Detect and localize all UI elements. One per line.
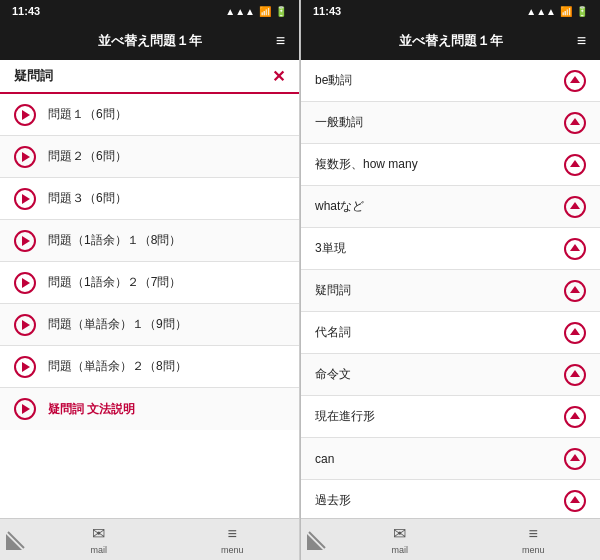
right-list: be動詞 一般動詞 複数形、how many whatなど 3単現 疑問詞 代名… (301, 60, 600, 518)
upload-button[interactable] (564, 322, 586, 344)
list-item-label: 問題（1語余）１（8問） (48, 232, 285, 249)
left-header-title: 並べ替え問題１年 (98, 32, 202, 50)
mute-icon (6, 530, 26, 550)
list-item-label: 問題（1語余）２（7問） (48, 274, 285, 291)
list-item-label: 問題（単語余）１（9問） (48, 316, 285, 333)
right-list-item-label: 疑問詞 (315, 282, 564, 299)
play-button[interactable] (14, 398, 36, 420)
list-item[interactable]: 問題３（6問） (0, 178, 299, 220)
list-item[interactable]: 問題（1語余）１（8問） (0, 220, 299, 262)
right-list-item-label: 複数形、how many (315, 156, 564, 173)
filter-bar: 疑問詞 ✕ (0, 60, 299, 94)
tab-mail[interactable]: ✉ mail (32, 524, 166, 555)
battery-icon: 🔋 (275, 6, 287, 17)
upload-button[interactable] (564, 112, 586, 134)
right-list-item-label: 3単現 (315, 240, 564, 257)
right-header-title: 並べ替え問題１年 (399, 32, 503, 50)
right-list-item[interactable]: 命令文 (301, 354, 600, 396)
right-list-item[interactable]: can (301, 438, 600, 480)
right-phone-panel: 11:43 ▲▲▲ 📶 🔋 並べ替え問題１年 ≡ be動詞 一般動詞 複数形、h… (300, 0, 600, 560)
right-status-icons: ▲▲▲ 📶 🔋 (526, 6, 588, 17)
filter-close-button[interactable]: ✕ (272, 67, 285, 86)
play-button[interactable] (14, 356, 36, 378)
right-list-item-label: be動詞 (315, 72, 564, 89)
right-mute-area (301, 530, 333, 550)
right-status-bar: 11:43 ▲▲▲ 📶 🔋 (301, 0, 600, 22)
right-list-item-label: 現在進行形 (315, 408, 564, 425)
wifi-icon-r: 📶 (560, 6, 572, 17)
right-tab-menu[interactable]: ≡ menu (467, 525, 601, 555)
right-list-item[interactable]: 過去形 (301, 480, 600, 518)
right-list-item[interactable]: 現在進行形 (301, 396, 600, 438)
upload-button[interactable] (564, 70, 586, 92)
list-item-label: 問題１（6問） (48, 106, 285, 123)
tab-menu-label: menu (221, 545, 244, 555)
right-app-header: 並べ替え問題１年 ≡ (301, 22, 600, 60)
left-tab-bar: ✉ mail ≡ menu (0, 518, 299, 560)
list-item[interactable]: 問題２（6問） (0, 136, 299, 178)
left-status-icons: ▲▲▲ 📶 🔋 (225, 6, 287, 17)
upload-button[interactable] (564, 364, 586, 386)
right-list-item[interactable]: be動詞 (301, 60, 600, 102)
left-menu-icon[interactable]: ≡ (276, 32, 285, 50)
right-list-item[interactable]: 一般動詞 (301, 102, 600, 144)
play-button[interactable] (14, 314, 36, 336)
upload-button[interactable] (564, 490, 586, 512)
left-status-time: 11:43 (12, 5, 40, 17)
list-item-grammar[interactable]: 疑問詞 文法説明 (0, 388, 299, 430)
left-list: 問題１（6問） 問題２（6問） 問題３（6問） 問題（1語余）１（8問） 問題（… (0, 94, 299, 518)
list-item[interactable]: 問題（1語余）２（7問） (0, 262, 299, 304)
tab-menu[interactable]: ≡ menu (166, 525, 300, 555)
wifi-icon: 📶 (259, 6, 271, 17)
play-button[interactable] (14, 188, 36, 210)
right-menu-icon[interactable]: ≡ (577, 32, 586, 50)
play-button[interactable] (14, 146, 36, 168)
signal-icon-r: ▲▲▲ (526, 6, 556, 17)
right-list-item-label: 代名詞 (315, 324, 564, 341)
list-item[interactable]: 問題（単語余）２（8問） (0, 346, 299, 388)
right-list-item-label: 命令文 (315, 366, 564, 383)
right-list-item-label: 過去形 (315, 492, 564, 509)
menu-lines-icon: ≡ (228, 525, 237, 543)
left-app-header: 並べ替え問題１年 ≡ (0, 22, 299, 60)
svg-marker-0 (6, 534, 22, 550)
list-item-label-red: 疑問詞 文法説明 (48, 401, 285, 418)
play-button[interactable] (14, 272, 36, 294)
upload-button[interactable] (564, 238, 586, 260)
list-item-label: 問題２（6問） (48, 148, 285, 165)
upload-button[interactable] (564, 448, 586, 470)
list-item[interactable]: 問題（単語余）１（9問） (0, 304, 299, 346)
right-list-item-label: whatなど (315, 198, 564, 215)
filter-title: 疑問詞 (14, 67, 53, 85)
menu-lines-icon-r: ≡ (529, 525, 538, 543)
upload-button[interactable] (564, 196, 586, 218)
right-list-item[interactable]: 疑問詞 (301, 270, 600, 312)
right-list-item-label: 一般動詞 (315, 114, 564, 131)
mail-icon-r: ✉ (393, 524, 406, 543)
upload-button[interactable] (564, 280, 586, 302)
list-item-label: 問題（単語余）２（8問） (48, 358, 285, 375)
list-item[interactable]: 問題１（6問） (0, 94, 299, 136)
right-list-item[interactable]: whatなど (301, 186, 600, 228)
right-tab-mail-label: mail (391, 545, 408, 555)
tab-mail-label: mail (90, 545, 107, 555)
mail-icon: ✉ (92, 524, 105, 543)
right-tab-menu-label: menu (522, 545, 545, 555)
right-tab-bar: ✉ mail ≡ menu (301, 518, 600, 560)
svg-marker-2 (307, 534, 323, 550)
upload-button[interactable] (564, 406, 586, 428)
right-list-item[interactable]: 複数形、how many (301, 144, 600, 186)
left-phone-panel: 11:43 ▲▲▲ 📶 🔋 並べ替え問題１年 ≡ 疑問詞 ✕ 問題１（6問） 問… (0, 0, 300, 560)
battery-icon-r: 🔋 (576, 6, 588, 17)
upload-button[interactable] (564, 154, 586, 176)
mute-icon-r (307, 530, 327, 550)
right-list-item[interactable]: 3単現 (301, 228, 600, 270)
right-list-item-label: can (315, 452, 564, 466)
left-status-bar: 11:43 ▲▲▲ 📶 🔋 (0, 0, 299, 22)
play-button[interactable] (14, 230, 36, 252)
right-tab-mail[interactable]: ✉ mail (333, 524, 467, 555)
play-button[interactable] (14, 104, 36, 126)
list-item-label: 問題３（6問） (48, 190, 285, 207)
signal-icon: ▲▲▲ (225, 6, 255, 17)
right-list-item[interactable]: 代名詞 (301, 312, 600, 354)
